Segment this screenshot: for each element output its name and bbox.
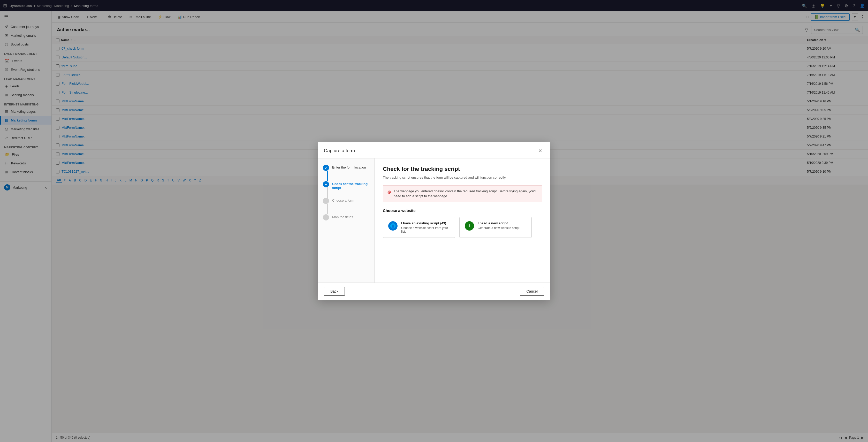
cancel-button[interactable]: Cancel: [520, 287, 544, 296]
new-script-icon: +: [465, 221, 474, 230]
step-connector-2: [327, 187, 328, 198]
existing-script-text: I have an existing script (43) Choose a …: [401, 221, 450, 233]
step-item-choose-form: Choose a form: [323, 198, 369, 214]
step-connector-1: [327, 171, 328, 181]
step-item-check-tracking: ● Check for the tracking script: [323, 181, 369, 198]
step-item-map-fields: Map the fields: [323, 214, 369, 220]
existing-script-description: Choose a website script from your list.: [401, 226, 450, 233]
content-panel: Check for the tracking script The tracki…: [375, 158, 550, 283]
capture-form-modal: Capture a form ✕ Enter the form location: [318, 142, 550, 300]
step-label-enter-location: Enter the form location: [332, 165, 366, 169]
new-script-title: I need a new script: [478, 221, 520, 225]
existing-script-title: I have an existing script (43): [401, 221, 450, 225]
choose-website-label: Choose a website: [383, 208, 542, 213]
step-circle-check-tracking: ●: [323, 181, 329, 187]
modal-close-button[interactable]: ✕: [536, 147, 544, 155]
back-button[interactable]: Back: [324, 287, 345, 296]
website-option-existing[interactable]: 🌐 I have an existing script (43) Choose …: [383, 217, 455, 238]
step-label-check-tracking: Check for the tracking script: [332, 181, 369, 190]
website-options: 🌐 I have an existing script (43) Choose …: [383, 217, 542, 238]
error-icon: ⊗: [387, 189, 391, 196]
step-circle-choose-form: [323, 198, 329, 204]
error-banner: ⊗ The webpage you entered doesn't contai…: [383, 185, 542, 202]
step-item-enter-location: Enter the form location: [323, 165, 369, 181]
step-circle-enter-location: [323, 165, 329, 171]
modal-overlay: Capture a form ✕ Enter the form location: [0, 0, 868, 442]
step-connector-3: [327, 204, 328, 214]
content-heading: Check for the tracking script: [383, 166, 542, 172]
modal-footer: Back Cancel: [318, 283, 550, 300]
content-subtitle: The tracking script ensures that the for…: [383, 175, 542, 180]
steps-panel: Enter the form location ● Check for the …: [318, 158, 375, 283]
error-message: The webpage you entered doesn't contain …: [394, 189, 538, 199]
website-option-new[interactable]: + I need a new script Generate a new web…: [459, 217, 532, 238]
modal-title: Capture a form: [324, 148, 355, 154]
new-script-text: I need a new script Generate a new websi…: [478, 221, 520, 230]
step-label-map-fields: Map the fields: [332, 214, 353, 219]
existing-script-icon: 🌐: [388, 221, 398, 230]
step-label-choose-form: Choose a form: [332, 198, 354, 202]
modal-header: Capture a form ✕: [318, 142, 550, 158]
modal-body: Enter the form location ● Check for the …: [318, 158, 550, 283]
step-circle-map-fields: [323, 214, 329, 220]
new-script-description: Generate a new website script.: [478, 226, 520, 230]
